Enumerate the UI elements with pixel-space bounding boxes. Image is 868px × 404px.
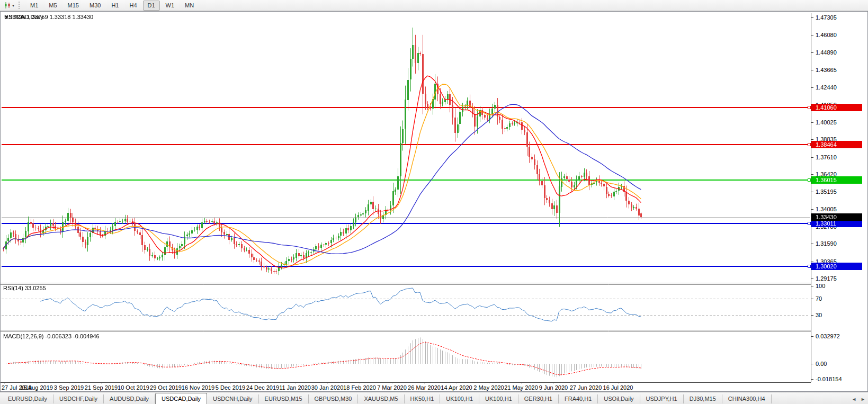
timeframe-buttons: M1M5M15M30H1H4D1W1MN	[25, 1, 199, 11]
price-axis-tick: 1.34005	[811, 205, 837, 213]
date-label: 3 Sep 2019	[54, 384, 84, 391]
chart-tab-usdcad-daily[interactable]: USDCAD,Daily	[155, 393, 207, 404]
date-label: 5 Dec 2019	[216, 384, 245, 391]
date-label: 30 Jan 2020	[311, 384, 344, 391]
hline-anchor-handle[interactable]	[808, 143, 811, 146]
chart-tabs-bar: EURUSD,DailyUSDCHF,DailyAUDUSD,DailyUSDC…	[0, 392, 868, 404]
chart-tab-dj30-m15[interactable]: DJ30,M15	[684, 394, 722, 403]
hline-anchor-handle[interactable]	[808, 222, 811, 225]
date-label: 15 Aug 2019	[20, 384, 53, 391]
price-axis-tick: 1.37610	[811, 153, 837, 161]
toolbar: ▾ M1M5M15M30H1H4D1W1MN	[0, 0, 868, 11]
date-label: 2 May 2020	[473, 384, 504, 391]
tab-scroll-left-button[interactable]: ◄	[852, 397, 856, 402]
toolbar-grip[interactable]	[19, 2, 21, 9]
tab-scroll-right-button[interactable]: ►	[861, 397, 865, 402]
timeframe-button-h4[interactable]: H4	[124, 1, 141, 11]
chart-tab-uk100-h1[interactable]: UK100,H1	[440, 394, 479, 403]
chart-tab-usdchf-daily[interactable]: USDCHF,Daily	[53, 394, 104, 403]
hline-anchor-handle[interactable]	[808, 178, 811, 182]
chart-tab-eurusd-m15[interactable]: EURUSD,M15	[259, 394, 309, 403]
date-label: 21 Sep 2019	[85, 384, 118, 391]
candlestick-chart-icon	[4, 2, 11, 9]
date-label: 26 Mar 2020	[408, 384, 441, 391]
current-price-tag: 1.33430	[811, 213, 862, 221]
chart-tab-usdjpy-h1[interactable]: USDJPY,H1	[640, 394, 684, 403]
chart-tab-uk100-h1[interactable]: UK100,H1	[479, 394, 518, 403]
hline-price-tag: 1.30020	[811, 263, 862, 270]
hline-price-tag: 1.36015	[811, 176, 862, 184]
date-label: 24 Dec 2019	[246, 384, 279, 391]
date-label: 21 May 2020	[504, 384, 538, 391]
date-label: 9 Jun 2020	[539, 384, 568, 391]
date-label: 16 Jul 2020	[603, 384, 633, 391]
chart-tab-china300-h4[interactable]: CHINA300,H4	[722, 394, 772, 403]
timeframe-button-m5[interactable]: M5	[44, 1, 61, 11]
date-label: 7 Mar 2020	[377, 384, 407, 391]
hline-anchor-handle[interactable]	[808, 106, 811, 109]
date-label: 10 Oct 2019	[118, 384, 149, 391]
chart-style-button[interactable]: ▾	[2, 1, 16, 10]
chart-tab-usdcnh-daily[interactable]: USDCNH,Daily	[207, 394, 259, 403]
date-label: 18 Feb 2020	[343, 384, 376, 391]
date-label: 29 Oct 2019	[150, 384, 182, 391]
price-axis-tick: 1.44890	[811, 48, 837, 57]
date-label: 14 Apr 2020	[441, 384, 472, 391]
date-label: 27 Jun 2020	[570, 384, 602, 391]
chart-tab-ger30-h1[interactable]: GER30,H1	[518, 394, 559, 403]
time-scale[interactable]: 27 Jul 201915 Aug 20193 Sep 201921 Sep 2…	[1, 383, 811, 391]
hline-anchor-handle[interactable]	[808, 265, 811, 268]
mt4-terminal: { "toolbar": { "chart_icon_caret": "▾", …	[0, 0, 868, 404]
macd-axis-tick: 0.032972	[811, 332, 840, 340]
timeframe-button-mn[interactable]: MN	[180, 1, 199, 11]
hline-price-tag: 1.38464	[811, 141, 862, 148]
chart-tab-fra40-h1[interactable]: FRA40,H1	[559, 394, 598, 403]
macd-label: MACD(12,26,9) -0.006323 -0.004946	[3, 333, 100, 339]
price-axis-tick: 1.31590	[811, 239, 837, 248]
rsi-axis-tick: 30	[811, 311, 822, 319]
timeframe-button-h1[interactable]: H1	[106, 1, 123, 11]
timeframe-button-m15[interactable]: M15	[63, 1, 84, 11]
chart-tab-eurusd-daily[interactable]: EURUSD,Daily	[2, 394, 53, 403]
price-axis-tick: 1.46080	[811, 31, 837, 39]
tab-scroll-nav: ◄ ►	[852, 397, 865, 402]
price-axis-tick: 1.43665	[811, 66, 837, 74]
chart-tab-hk50-h1[interactable]: HK50,H1	[405, 394, 441, 403]
timeframe-button-m1[interactable]: M1	[25, 1, 43, 11]
price-axis-tick: 1.35195	[811, 187, 837, 196]
macd-axis-tick: 0.00	[811, 360, 827, 368]
chart-tab-gbpusd-m30[interactable]: GBPUSD,M30	[309, 394, 359, 403]
timeframe-button-d1[interactable]: D1	[143, 1, 160, 11]
chevron-down-icon: ▾	[12, 3, 14, 8]
chart-tab-xauusd-m5[interactable]: XAUUSD,M5	[358, 394, 404, 403]
price-axis-tick: 1.42440	[811, 83, 837, 92]
price-scale[interactable]: 1.473051.460801.448901.436651.424401.412…	[811, 13, 868, 382]
price-axis-tick: 1.47305	[811, 13, 837, 22]
chart-tab-audusd-daily[interactable]: AUDUSD,Daily	[104, 394, 155, 403]
rsi-axis-tick: 100	[811, 282, 825, 290]
date-label: 11 Jan 2020	[279, 384, 311, 391]
date-label: 16 Nov 2019	[182, 384, 214, 391]
ohlc-values: 1.33695 1.33759 1.33318 1.33430	[4, 14, 93, 20]
rsi-axis-tick: 70	[811, 294, 822, 303]
price-axis-tick: 1.40025	[811, 118, 837, 127]
price-chart-canvas[interactable]	[1, 12, 811, 383]
timeframe-button-w1[interactable]: W1	[161, 1, 180, 11]
timeframe-button-m30[interactable]: M30	[85, 1, 105, 11]
rsi-label: RSI(14) 33.0255	[3, 285, 46, 291]
chart-tab-usoil-daily[interactable]: USOil,Daily	[598, 394, 640, 403]
hline-price-tag: 1.41060	[811, 104, 862, 111]
macd-axis-tick: -0.018154	[811, 375, 842, 383]
chart-window: ▼ USDCAD,Daily 1.33695 1.33759 1.33318 1…	[0, 11, 868, 392]
